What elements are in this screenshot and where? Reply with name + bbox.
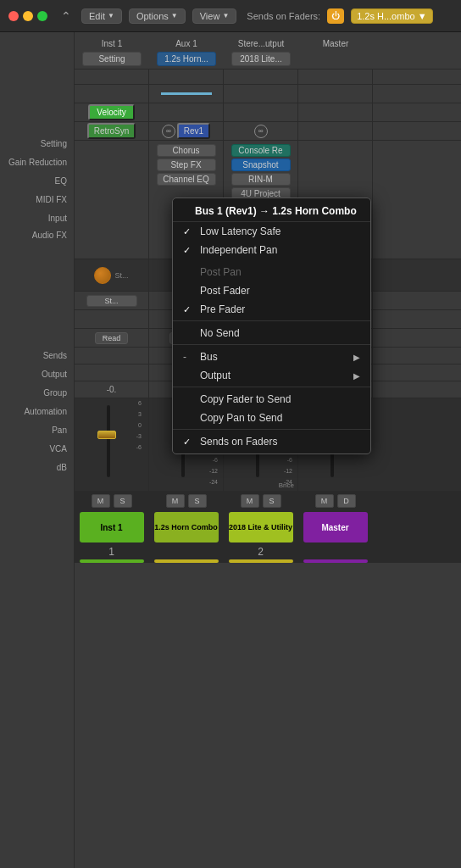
- d-btn-master[interactable]: D: [337, 494, 356, 508]
- sends-combo-select[interactable]: 1.2s H...ombo ▼: [351, 8, 432, 24]
- sidebar-output: Output: [0, 364, 74, 383]
- solo-stereo[interactable]: S: [263, 494, 281, 508]
- sends-knob-inst1[interactable]: [94, 267, 111, 284]
- sends-on-faders-label: Sends on Faders:: [247, 11, 320, 21]
- solo-inst1[interactable]: S: [114, 494, 132, 508]
- midi-fx-inst1: Velocity: [75, 103, 149, 121]
- edit-arrow-icon: ▼: [108, 12, 114, 19]
- ch-bar-master: [303, 559, 368, 563]
- gain-reduction-row: [75, 70, 461, 85]
- context-menu: Bus 1 (Rev1) → 1.2s Horn Combo ✓ Low Lat…: [172, 198, 371, 454]
- context-menu-header: Bus 1 (Rev1) → 1.2s Horn Combo: [173, 201, 370, 222]
- minimize-button[interactable]: [23, 11, 33, 21]
- menu-item-output[interactable]: Output ▶: [173, 366, 370, 385]
- input-aux1: ∞ Rev1: [149, 122, 224, 140]
- traffic-lights: [8, 11, 47, 21]
- ch-setting-stereo[interactable]: 2018 Lite...: [231, 52, 291, 66]
- bottom-labels: M S Inst 1 1 M S 1.2s Horn Combo: [75, 492, 461, 563]
- ch-label-aux1[interactable]: 1.2s Horn Combo: [154, 512, 219, 542]
- ch-label-inst1[interactable]: Inst 1: [80, 512, 144, 542]
- menu-item-copy-pan-to-send[interactable]: Copy Pan to Send: [173, 409, 370, 427]
- sidebar-db: dB: [0, 458, 74, 476]
- ch-number-stereo: 2: [258, 544, 264, 559]
- fader-inst1: 6 3 0 -3 -6: [75, 398, 149, 491]
- pan-inst1: [75, 348, 149, 364]
- mute-aux1[interactable]: M: [166, 494, 185, 508]
- gr-stereo: [224, 70, 298, 84]
- ch-setting-inst1[interactable]: Setting: [82, 52, 142, 66]
- menu-item-post-pan: Post Pan: [173, 263, 370, 281]
- ch-label-stereo[interactable]: 2018 Lite & Utility: [229, 512, 293, 542]
- input-inst1: RetroSyn: [75, 122, 149, 140]
- view-arrow-icon: ▼: [222, 12, 229, 19]
- ch-header-inst1: Inst 1 Setting: [75, 39, 149, 69]
- output-btn-inst1[interactable]: St...: [86, 295, 137, 307]
- mute-master[interactable]: M: [315, 494, 334, 508]
- sends-on-faders-toggle[interactable]: ⏻: [327, 8, 344, 24]
- maximize-button[interactable]: [37, 11, 47, 21]
- chorus-btn[interactable]: Chorus: [157, 144, 216, 157]
- gr-aux1: [149, 70, 224, 84]
- gr-inst1: [75, 70, 149, 84]
- solo-aux1[interactable]: S: [188, 494, 207, 508]
- midi-fx-master: [298, 103, 373, 121]
- channels-area: Inst 1 Setting Aux 1 1.2s Horn... Stere.…: [75, 32, 461, 868]
- mute-inst1[interactable]: M: [92, 494, 110, 508]
- link-icon-aux1: ∞: [162, 125, 175, 138]
- velocity-btn[interactable]: Velocity: [88, 104, 134, 120]
- back-icon[interactable]: ⌃: [61, 9, 71, 23]
- input-stereo: ∞: [224, 122, 298, 140]
- midi-fx-row: Velocity: [75, 103, 461, 122]
- eq-aux1: [149, 85, 224, 103]
- menu-item-pre-fader[interactable]: ✓ Pre Fader: [173, 300, 370, 319]
- sidebar-input: Input: [0, 209, 74, 227]
- bnce-label: Bnce: [279, 481, 294, 489]
- main-area: Setting Gain Reduction EQ MIDI FX Input …: [0, 32, 461, 868]
- midi-fx-stereo: [224, 103, 298, 121]
- mute-stereo[interactable]: M: [241, 494, 259, 508]
- menu-item-copy-fader-to-send[interactable]: Copy Fader to Send: [173, 390, 370, 409]
- sidebar-midi-fx: MIDI FX: [0, 190, 74, 209]
- channel-headers: Inst 1 Setting Aux 1 1.2s Horn... Stere.…: [75, 32, 461, 70]
- sidebar-audio-fx: Audio FX: [0, 227, 74, 346]
- close-button[interactable]: [8, 11, 19, 21]
- menu-item-no-send[interactable]: No Send: [173, 324, 370, 342]
- rin-m-btn[interactable]: RIN-M: [231, 173, 291, 186]
- console-re-btn[interactable]: Console Re: [231, 144, 291, 157]
- eq-bar-aux1: [161, 92, 212, 95]
- retrosyn-btn[interactable]: RetroSyn: [87, 123, 136, 139]
- eq-master: [298, 85, 373, 103]
- sidebar-automation: Automation: [0, 402, 74, 420]
- edit-menu[interactable]: Edit ▼: [81, 8, 122, 24]
- fader-handle-inst1[interactable]: [97, 431, 116, 439]
- sidebar: Setting Gain Reduction EQ MIDI FX Input …: [0, 32, 75, 868]
- sidebar-group: Group: [0, 383, 74, 402]
- ch-setting-aux1[interactable]: 1.2s Horn...: [157, 52, 216, 66]
- bottom-col-master: M D Master: [298, 492, 373, 563]
- group-inst1: [75, 310, 149, 328]
- ch-label-master[interactable]: Master: [303, 512, 368, 542]
- menu-item-independent-pan[interactable]: ✓ Independent Pan: [173, 241, 370, 259]
- snapshot-btn[interactable]: Snapshot: [231, 159, 291, 171]
- options-menu[interactable]: Options ▼: [129, 8, 186, 24]
- auto-btn-inst1[interactable]: Read: [95, 332, 129, 344]
- fader-track-inst1: [107, 405, 110, 477]
- menu-item-sends-on-faders[interactable]: ✓ Sends on Faders: [173, 432, 370, 451]
- channel-eq-btn[interactable]: Channel EQ: [157, 173, 216, 186]
- link-icon-stereo: ∞: [254, 125, 268, 138]
- menu-item-bus[interactable]: - Bus ▶: [173, 348, 370, 366]
- output-inst1: St...: [75, 292, 149, 309]
- eq-row: [75, 85, 461, 103]
- gr-master: [298, 70, 373, 84]
- titlebar: ⌃ Edit ▼ Options ▼ View ▼ Sends on Fader…: [0, 0, 461, 32]
- ch-header-master: Master: [298, 39, 373, 69]
- rev1-btn[interactable]: Rev1: [177, 123, 210, 139]
- bus-submenu-arrow: ▶: [353, 353, 360, 362]
- menu-item-low-latency-safe[interactable]: ✓ Low Latency Safe: [173, 222, 370, 241]
- db-inst1: -0.: [75, 381, 149, 398]
- ch-bar-inst1: [80, 559, 144, 563]
- step-fx-btn[interactable]: Step FX: [157, 159, 216, 171]
- sidebar-pan: Pan: [0, 420, 74, 439]
- menu-item-post-fader[interactable]: Post Fader: [173, 281, 370, 300]
- view-menu[interactable]: View ▼: [192, 8, 237, 24]
